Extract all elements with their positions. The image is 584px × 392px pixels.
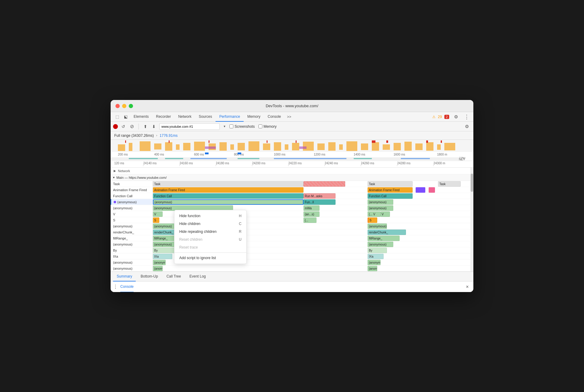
v-ans[interactable]: (an...s) — [303, 211, 320, 217]
svg-text:120 ms: 120 ms — [114, 162, 124, 165]
func-bar-2[interactable]: Function Call — [368, 193, 412, 199]
anim-bar-1[interactable]: Animation Frame Fired — [153, 187, 303, 193]
v-bar[interactable]: V — [153, 211, 163, 217]
svg-rect-29 — [426, 142, 433, 151]
record-bar: ↺ ⊘ ⬆ ⬇ ▾ Screenshots Memory ⚙ — [111, 122, 473, 131]
row-label-anim: Animation Frame Fired — [111, 187, 153, 193]
console-close[interactable]: × — [464, 283, 471, 291]
ixa-bar[interactable]: IXa — [153, 254, 172, 259]
main-thread-arrow[interactable]: ▼ — [112, 176, 115, 179]
network-row[interactable]: ▶ Network — [111, 168, 473, 174]
flame-row-anon6: (anonymous) (anonymous) (anonymous) — [111, 265, 473, 272]
upload-button[interactable]: ⬆ — [142, 124, 148, 130]
row-content-task[interactable]: Task Task Task — [153, 181, 473, 187]
screenshots-label[interactable]: Screenshots — [229, 124, 255, 129]
ctx-add-ignore[interactable]: Add script to ignore list — [174, 254, 246, 262]
settings-icon[interactable]: ⚙ — [452, 113, 460, 121]
anon5-bar[interactable]: (anonymous) — [153, 260, 166, 265]
s-bar2[interactable]: S — [368, 217, 377, 223]
tab-more[interactable]: >> — [285, 115, 294, 119]
anon-func-bar[interactable]: Fun...ll — [303, 199, 336, 205]
svg-rect-35 — [169, 140, 170, 143]
tab-elements[interactable]: Elements — [130, 112, 152, 122]
v-dots[interactable]: (... V — [368, 211, 380, 217]
tab-network[interactable]: Network — [174, 112, 195, 122]
v-bar2[interactable]: V — [381, 211, 390, 217]
memory-checkbox[interactable] — [258, 124, 262, 128]
record-button[interactable] — [113, 124, 118, 129]
row-label-v: V — [111, 211, 153, 217]
anon3-bar2[interactable]: (anonymous) — [368, 223, 387, 229]
anon4-bar2[interactable]: (anonymous) — [368, 242, 393, 247]
render-bar2[interactable]: renderChunk_ — [368, 230, 406, 235]
by-bar2[interactable]: By — [368, 248, 387, 253]
capture-settings-icon[interactable]: ⚙ — [462, 122, 471, 131]
ctx-hide-repeating[interactable]: Hide repeating children R — [174, 228, 246, 236]
vertical-scrollbar[interactable] — [470, 168, 473, 272]
row-content-func[interactable]: Function Call Run M...asks Function Call — [153, 193, 473, 199]
more-icon[interactable]: ⋮ — [462, 113, 471, 121]
timeline-overview[interactable]: 200 ms 400 ms 600 ms 800 ms 1000 ms 1200… — [111, 140, 473, 161]
memory-label[interactable]: Memory — [258, 124, 277, 129]
svg-text:400 ms: 400 ms — [154, 153, 164, 156]
run-bar[interactable]: Run M...asks — [303, 193, 336, 199]
err-count: 2 — [446, 115, 448, 119]
download-button[interactable]: ⬇ — [151, 124, 157, 130]
func-bar-1[interactable]: Function Call — [153, 193, 303, 199]
ixa-bar2[interactable]: IXa — [368, 254, 384, 259]
anim-bar-2[interactable]: Animation Frame Fired — [368, 187, 412, 193]
screenshots-checkbox[interactable] — [229, 124, 233, 128]
flame-row-v: V V (an...s) (... V V — [111, 211, 473, 217]
task-bar-2[interactable]: Task — [368, 181, 412, 187]
tab-call-tree[interactable]: Call Tree — [163, 272, 185, 281]
tab-event-log[interactable]: Event Log — [186, 272, 209, 281]
anon2-bar-2[interactable]: (anonymous) — [368, 205, 393, 211]
anon2-mwa[interactable]: mWa — [303, 205, 320, 211]
row-content-anon6[interactable]: (anonymous) (anonymous) — [153, 265, 473, 271]
tab-bottom-up[interactable]: Bottom-Up — [137, 272, 161, 281]
anon6-bar2[interactable]: (anonymous) — [368, 266, 377, 271]
tab-performance[interactable]: Performance — [216, 112, 244, 122]
main-thread-label: ▼ Main — https://www.youtube.com/ — [111, 174, 473, 181]
minimize-button[interactable] — [122, 104, 126, 108]
inspect-icon[interactable]: ⬚ — [113, 113, 122, 121]
full-range-label: Full range (34307.26ms) — [114, 133, 154, 138]
tab-console[interactable]: Console — [264, 112, 284, 122]
row-content-anim[interactable]: Animation Frame Fired Animation Frame Fi… — [153, 187, 473, 193]
ctx-hide-function[interactable]: Hide function H — [174, 212, 246, 220]
anon6-bar[interactable]: (anonymous) — [153, 266, 163, 271]
tab-summary[interactable]: Summary — [113, 272, 136, 281]
tab-memory[interactable]: Memory — [244, 112, 264, 122]
row-label-render: renderChunk_ — [111, 229, 153, 235]
close-button[interactable] — [115, 104, 120, 108]
network-expand[interactable]: ▶ — [113, 169, 117, 173]
clear-button[interactable]: ⊘ — [129, 124, 135, 130]
console-label[interactable]: Console — [120, 281, 134, 292]
svg-text:24240 ms: 24240 ms — [325, 162, 338, 165]
anon-bar-2[interactable]: (anonymous) — [368, 199, 393, 205]
fill-bar2[interactable]: fillRange_ — [368, 236, 400, 241]
s-bar[interactable]: S — [153, 217, 159, 223]
tab-recorder[interactable]: Recorder — [152, 112, 174, 122]
device-icon[interactable]: ⬕ — [122, 113, 130, 121]
ctx-hide-children[interactable]: Hide children C — [174, 220, 246, 228]
anon-bar-1[interactable]: (anonymous) — [153, 199, 303, 205]
task-bar-3[interactable]: Task — [438, 181, 460, 187]
row-content-anon1[interactable]: (anonymous) Fun...ll (anonymous) — [153, 199, 473, 205]
flame-row-anon2: (anonymous) (anonymous) mWa (anonymous) — [111, 205, 473, 211]
url-input[interactable] — [159, 123, 220, 130]
svg-rect-62 — [401, 158, 430, 159]
tab-sources[interactable]: Sources — [195, 112, 216, 122]
anon5-bar2[interactable]: (anonymous) — [368, 260, 380, 265]
maximize-button[interactable] — [129, 104, 133, 108]
svg-rect-60 — [274, 158, 346, 159]
flame-row-anim: Animation Frame Fired Animation Frame Fi… — [111, 187, 473, 193]
dropdown-arrow[interactable]: ▾ — [222, 124, 227, 129]
svg-rect-19 — [317, 143, 325, 150]
reload-button[interactable]: ↺ — [120, 124, 126, 130]
scrollbar-thumb[interactable] — [471, 174, 473, 192]
console-dots[interactable]: ⋮ — [113, 284, 118, 290]
s-dots[interactable]: (... — [303, 217, 316, 223]
task-bar-1[interactable]: Task — [153, 181, 303, 187]
svg-rect-8 — [194, 142, 205, 151]
